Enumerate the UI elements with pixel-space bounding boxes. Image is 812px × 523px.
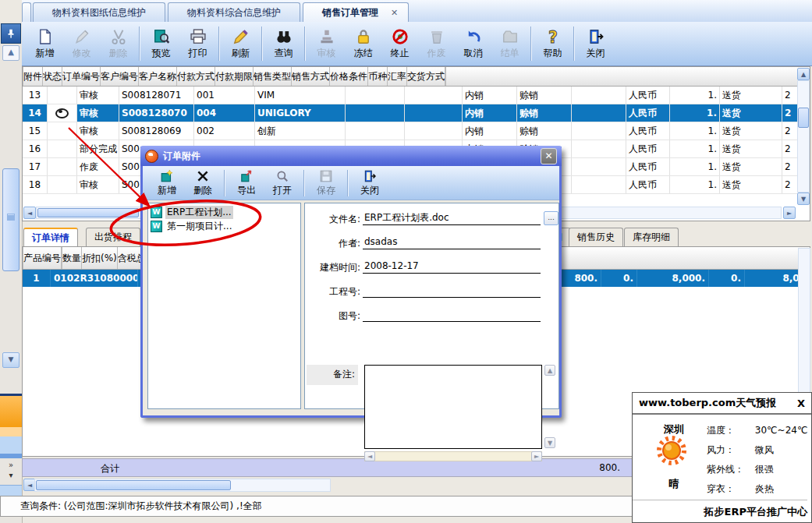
query-button[interactable]: 查询 <box>265 24 302 63</box>
column-header[interactable]: 折扣(%) <box>82 247 118 269</box>
collapse-up-icon[interactable]: ▲ <box>2 45 20 61</box>
column-header[interactable]: 汇率 <box>388 67 407 86</box>
edit-icon <box>73 28 90 45</box>
column-header[interactable]: 订单编号 <box>62 67 101 86</box>
attachment-close-button[interactable]: 关闭 <box>352 168 388 199</box>
dialog-close-icon[interactable]: ✕ <box>541 148 557 164</box>
close-button[interactable]: 关闭 <box>577 24 614 63</box>
remark-scroll-right-icon[interactable]: ► <box>531 451 542 461</box>
tab-sales-history[interactable]: 销售历史 <box>569 228 623 246</box>
field-value[interactable]: dsadas <box>363 234 541 249</box>
rail-orange-panel[interactable] <box>0 396 22 427</box>
totals-label: 合计 <box>101 462 119 475</box>
column-header[interactable]: 数量 <box>62 247 82 269</box>
open-icon <box>275 169 289 183</box>
orders-hscroll-left-icon[interactable]: ◄ <box>23 207 36 219</box>
tab-material-info[interactable]: 物料资料综合信息维护 <box>168 2 300 22</box>
stop-button[interactable]: 终止 <box>381 24 418 63</box>
weather-close-icon[interactable]: X <box>797 398 805 409</box>
remark-scroll-left-icon[interactable]: ◄ <box>364 451 375 461</box>
remark-textarea[interactable] <box>364 365 542 449</box>
orders-vscroll-thumb[interactable] <box>798 108 809 128</box>
orders-hscroll-thumb[interactable] <box>37 208 139 217</box>
print-button[interactable]: 打印 <box>179 24 216 63</box>
column-header[interactable]: 交货方式 <box>407 67 445 86</box>
rail-expand-icons[interactable]: »▾ <box>3 460 19 483</box>
tab-material-drawing[interactable]: 物料资料图纸信息维护 <box>33 2 165 22</box>
field-value[interactable]: ERP工程计划表.doc <box>363 210 541 225</box>
browse-button[interactable]: ... <box>544 211 558 225</box>
pin-icon[interactable] <box>1 23 21 44</box>
new-button[interactable]: 新增 <box>27 24 63 63</box>
column-header[interactable]: 状态 <box>43 67 62 86</box>
attachment-delete-button[interactable]: 删除 <box>185 168 221 199</box>
rail-scroll-down-icon[interactable]: ▼ <box>2 352 20 368</box>
preview-button[interactable]: 预览 <box>143 24 179 63</box>
dialog-toolbar: 新增 删除 导出 打开 保存 关闭 <box>143 166 559 200</box>
field-value[interactable] <box>363 282 541 298</box>
weather-row: 紫外线： 很强 <box>707 463 808 476</box>
column-header[interactable]: 附件 <box>23 67 43 86</box>
field-value[interactable] <box>363 306 541 322</box>
toolbar-separator <box>218 27 220 61</box>
weather-footer: 拓步ERP平台推广中心 <box>633 500 807 519</box>
column-header[interactable] <box>445 67 446 86</box>
audit-icon <box>318 28 335 45</box>
rail-scroll-thumb[interactable] <box>2 168 20 271</box>
help-icon: ? <box>544 28 562 45</box>
weather-popup: www.toberp.com天气预报 X 深圳 晴 温度： 30℃~24℃ 风力… <box>632 392 812 523</box>
list-item[interactable]: W ERP工程计划... <box>148 205 300 219</box>
freeze-button[interactable]: 冻结 <box>345 24 381 63</box>
form-field: 作者: dsadas ... <box>305 234 560 251</box>
table-row[interactable]: 14 审核 S008128070 004 UNIGLORY 内销 赊销 人民币 … <box>23 104 810 122</box>
column-header[interactable]: 价格条件 <box>330 67 368 86</box>
orders-hscroll-right-icon[interactable]: ► <box>783 207 796 219</box>
remark-hscroll-track[interactable] <box>364 451 542 461</box>
refresh-button[interactable]: 刷新 <box>222 24 259 63</box>
void-button: 作废 <box>418 24 455 63</box>
tab-stock-detail[interactable]: 库存明细 <box>624 228 679 246</box>
column-header[interactable]: 币种 <box>368 67 388 86</box>
help-button[interactable]: ?帮助 <box>534 24 571 63</box>
exit-icon <box>587 28 605 45</box>
weather-condition: 晴 <box>668 477 679 491</box>
orders-table-header: 附件状态订单编号客户编号客户名称付款方式付款期限销售类型销售方式价格条件币种汇率… <box>23 67 810 87</box>
attachment-icon <box>55 108 69 118</box>
attachment-new-button[interactable]: 新增 <box>149 168 185 199</box>
column-header[interactable]: 客户编号 <box>101 67 139 86</box>
table-row[interactable]: 15 审核 S008128069 002 创新 内销 赊销 人民币 1. 送货 … <box>23 122 810 140</box>
exit-icon <box>363 169 377 183</box>
orders-vscroll-track[interactable] <box>797 80 810 193</box>
column-header[interactable]: 付款期限 <box>215 67 254 86</box>
rail-pale-panel <box>0 427 22 436</box>
remark-scroll-up-icon[interactable]: ▲ <box>544 365 555 376</box>
column-header[interactable]: 付款方式 <box>177 67 215 86</box>
list-item[interactable]: W 第一期项目计... <box>148 219 300 233</box>
column-header[interactable]: 产品编号 <box>23 247 62 269</box>
folder-icon <box>502 28 519 45</box>
attachment-file-list: W ERP工程计划... W 第一期项目计... <box>147 203 301 409</box>
column-header[interactable]: 销售方式 <box>292 67 330 86</box>
toolbar-separator <box>303 170 305 196</box>
table-row[interactable]: 13 审核 S008128071 001 VIM 内销 赊销 人民币 1. 送货… <box>23 87 810 104</box>
orders-vscroll-down-icon[interactable]: ▼ <box>797 193 810 205</box>
attachment-export-button[interactable]: 导出 <box>229 168 264 199</box>
column-header[interactable]: 销售类型 <box>254 67 292 86</box>
remark-scroll-down-icon[interactable]: ▼ <box>544 437 555 448</box>
detail-hscroll-thumb[interactable] <box>36 480 231 490</box>
tab-stub[interactable] <box>22 2 31 22</box>
freeze-icon <box>355 28 372 45</box>
tab-order-detail[interactable]: 订单详情 <box>23 228 78 246</box>
dialog-titlebar[interactable]: 订单附件 ✕ <box>140 146 562 166</box>
orders-vscroll-up-icon[interactable]: ▲ <box>797 68 810 80</box>
tab-shipping-schedule[interactable]: 出货排程 <box>86 228 140 246</box>
print-icon <box>190 28 207 45</box>
cancel-button[interactable]: 取消 <box>455 24 491 63</box>
column-header[interactable]: 客户名称 <box>139 67 177 86</box>
attachment-open-button[interactable]: 打开 <box>264 168 300 199</box>
delete-button: 删除 <box>100 24 137 63</box>
tab-close-icon[interactable]: ✕ <box>388 7 400 19</box>
rail-blue-panel[interactable] <box>0 436 22 454</box>
field-value[interactable]: 2008-12-17 <box>363 258 541 274</box>
tab-sales-order[interactable]: 销售订单管理 ✕ <box>303 2 409 22</box>
